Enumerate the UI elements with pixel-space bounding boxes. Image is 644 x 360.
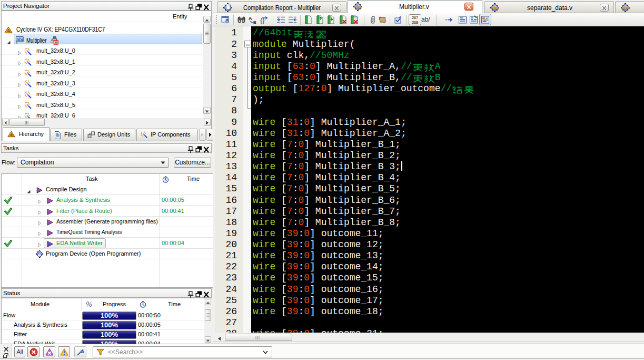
svg-text:A: A <box>249 16 252 21</box>
svg-text:abd: abd <box>16 37 24 42</box>
svg-text:{}: {} <box>260 16 265 24</box>
svg-text:abc: abc <box>621 5 630 11</box>
svg-text:abc: abc <box>491 5 499 11</box>
svg-text:abc: abc <box>354 4 362 9</box>
svg-text:B: B <box>253 20 256 24</box>
